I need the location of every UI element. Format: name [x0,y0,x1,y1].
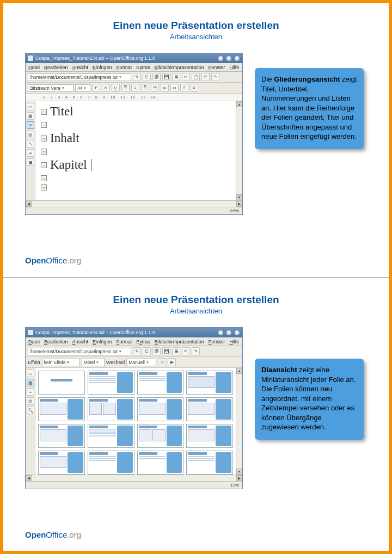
tb-btn[interactable]: 💾 [162,73,170,81]
menu-item[interactable]: Fenster [209,339,225,344]
view-btn[interactable]: ≡ [27,388,34,396]
slide-thumb[interactable] [88,451,134,475]
tb-btn[interactable]: 🗐 [152,73,161,81]
outline-canvas[interactable]: ▭Titel ▭ ▭Inhalt ▭ ▭Kapitel ▭ ▭ [35,101,236,200]
slide-thumb[interactable] [186,424,233,448]
menu-item[interactable]: Bearbeiten [44,65,68,70]
view-btn[interactable]: ▤ [27,131,34,138]
minimize-button[interactable] [218,56,224,61]
scroll-down[interactable]: ▼ [236,469,242,475]
menu-bar[interactable]: Datei Bearbeiten Ansicht Einfügen Format… [26,337,242,346]
slide-thumb[interactable] [38,371,85,395]
tb-btn[interactable]: 💾 [162,347,170,355]
slide-thumb[interactable] [38,397,85,421]
view-btn[interactable]: ▭ [27,370,34,377]
menu-item[interactable]: Extras [136,339,150,344]
window-titlebar[interactable]: Cospa_Impress_Tutorial-EN.sxi – OpenOffi… [26,328,242,337]
menu-item[interactable]: Einfügen [93,339,112,344]
slide-thumb[interactable] [38,424,85,448]
tb-btn[interactable]: 🗋 [143,73,151,81]
tb-btn[interactable]: ✎ [133,73,141,81]
slide-thumb[interactable] [137,371,184,395]
menu-item[interactable]: Hilfe [229,65,239,70]
tb-btn[interactable]: ↶ [201,73,210,81]
tb-btn[interactable]: 🗐 [152,347,161,355]
close-button[interactable] [234,330,240,336]
align-button[interactable]: ≣ [141,84,149,92]
change-select[interactable]: Manuell [126,359,156,366]
view-btn[interactable]: ▭ [27,103,34,110]
text-tool[interactable]: A [27,149,34,157]
menu-item[interactable]: Ansicht [72,65,89,70]
tb-btn[interactable]: 🖶 [172,347,180,355]
close-button[interactable] [234,56,240,61]
menu-item[interactable]: Format [117,339,132,344]
menu-item[interactable]: Hilfe [229,339,239,344]
slide-thumb[interactable] [186,371,233,395]
view-btn-outline[interactable]: ≡ [27,121,34,129]
scroll-left[interactable]: ◀ [26,475,32,481]
maximize-button[interactable] [226,330,232,336]
promote-button[interactable]: ⇐ [161,84,169,92]
menu-item[interactable]: Bildschirmpräsentation [155,339,204,344]
view-btn-sorter[interactable]: ▦ [27,379,34,386]
tb-btn[interactable]: ↷ [192,347,200,355]
scroll-up[interactable]: ▲ [236,368,242,374]
tb-btn[interactable]: 📋 [192,73,200,81]
scroll-down[interactable]: ▼ [236,194,242,200]
menu-item[interactable]: Datei [28,339,40,344]
menu-item[interactable]: Einfügen [93,65,112,70]
slide-thumb[interactable] [38,451,85,475]
menu-item[interactable]: Ansicht [72,339,89,344]
speed-select[interactable]: Mittel [82,359,105,366]
tb-btn[interactable]: ✂ [182,73,190,81]
view-btn[interactable]: ▤ [27,397,34,405]
underline-button[interactable]: U [112,84,120,92]
menu-item[interactable]: Fenster [209,65,225,70]
italic-button[interactable]: K [102,84,110,92]
slide-thumb[interactable] [88,424,134,448]
bold-button[interactable]: F [92,84,100,92]
tb-btn[interactable]: 🖶 [172,73,180,81]
bullet-button[interactable]: ☷ [151,84,159,92]
scroll-right[interactable]: ▶ [236,475,242,481]
path-field[interactable]: /home/ernst/Documents/Cospa/impress tut [28,73,131,81]
menu-item[interactable]: Bearbeiten [44,339,68,344]
slide-thumb[interactable] [137,451,184,475]
tb-btn[interactable]: ↶ [182,347,190,355]
maximize-button[interactable] [226,56,232,61]
slide-thumb[interactable] [137,397,184,421]
align-button[interactable]: ≣ [121,84,130,92]
rehearse-button[interactable]: ⏱ [158,358,166,366]
outline-item[interactable]: Inhalt [50,131,79,145]
align-button[interactable]: ≡ [131,84,139,92]
scrollbar-vertical[interactable]: ▲ ▼ [236,368,242,475]
movedown-button[interactable]: ⇓ [190,84,198,92]
menu-bar[interactable]: Datei Bearbeiten Ansicht Einfügen Format… [26,63,242,72]
menu-item[interactable]: Format [117,65,132,70]
outline-item[interactable]: Titel [50,104,74,119]
tb-btn[interactable]: ↷ [211,73,219,81]
slide-thumb[interactable] [88,397,134,421]
effect-select[interactable]: kein Effekt [42,359,80,366]
slide-thumb[interactable] [186,397,233,421]
scrollbar-vertical[interactable]: ▲ ▼ [236,101,242,200]
zoom-tool[interactable]: 🔍 [27,407,34,414]
tb-btn[interactable]: 🗋 [143,347,151,355]
slide-thumb[interactable] [88,371,134,395]
slide-sorter-canvas[interactable] [35,368,236,475]
tb-btn[interactable]: ✎ [133,347,141,355]
scroll-up[interactable]: ▲ [236,101,242,107]
scrollbar-horizontal[interactable]: ◀ ▶ [26,475,242,481]
menu-item[interactable]: Datei [28,65,40,70]
outline-item[interactable]: Kapitel [50,158,87,172]
slide-thumb[interactable] [137,424,184,448]
menu-item[interactable]: Bildschirmpräsentation [155,65,204,70]
window-titlebar[interactable]: Cospa_Impress_Tutorial-EN.sxi – OpenOffi… [26,53,242,63]
scroll-right[interactable]: ▶ [236,201,242,207]
view-btn[interactable]: ▦ [27,112,34,120]
slide-thumb[interactable] [186,451,233,475]
menu-item[interactable]: Extras [136,65,150,70]
minimize-button[interactable] [218,330,224,336]
show-button[interactable]: ▶ [168,358,176,366]
